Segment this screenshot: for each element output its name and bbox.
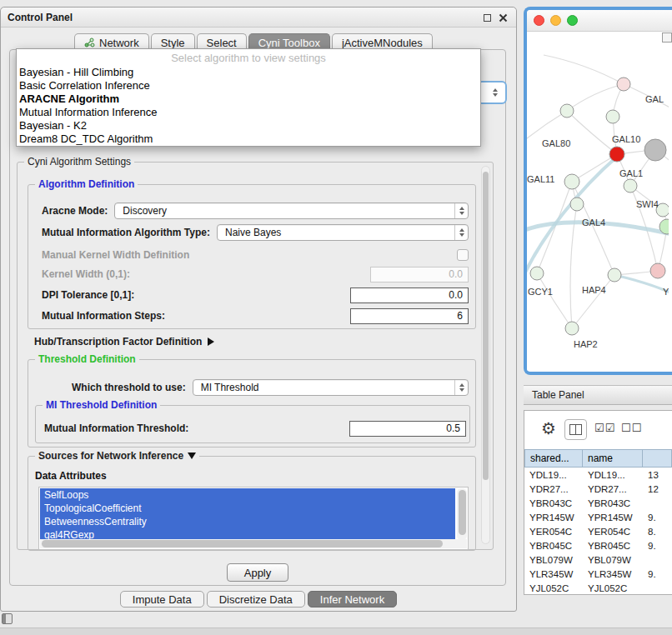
column-header-shared-name[interactable]: shared...: [524, 449, 583, 468]
dropdown-item[interactable]: Basic Correlation Inference: [17, 79, 480, 92]
mi-threshold-definition-title: MI Threshold Definition: [43, 399, 160, 411]
aracne-mode-select[interactable]: Discovery: [114, 202, 469, 219]
column-header-partial[interactable]: [643, 449, 672, 468]
algorithm-combobox[interactable]: [477, 81, 507, 104]
collapsed-panel-icon[interactable]: [2, 613, 13, 624]
birdseye-view-icon[interactable]: [662, 32, 672, 42]
data-attributes-label: Data Attributes: [35, 470, 107, 482]
table-cell: YDL19...: [524, 468, 583, 482]
table-cell: YBL079W: [524, 552, 583, 567]
node-label: GAL80: [542, 138, 570, 148]
collapse-arrow-icon: [188, 452, 196, 459]
network-node[interactable]: [644, 139, 666, 161]
kernel-width-row: Kernel Width (0,1): 0.0: [42, 265, 469, 283]
list-item[interactable]: TopologicalCoefficient: [40, 502, 455, 515]
table-row[interactable]: YDR27... YDR27... 12: [524, 482, 672, 496]
which-threshold-select[interactable]: MI Threshold: [193, 379, 469, 396]
list-vertical-scrollbar[interactable]: [457, 488, 467, 540]
scrollbar-thumb[interactable]: [483, 172, 489, 480]
network-node-selected-red[interactable]: [609, 147, 624, 162]
network-window-titlebar[interactable]: [527, 10, 672, 32]
hub-transcription-factor-section[interactable]: Hub/Transcription Factor Definition: [34, 334, 214, 349]
mi-steps-input[interactable]: 6: [350, 308, 469, 324]
list-item[interactable]: SelfLoops: [40, 488, 455, 502]
dropdown-item[interactable]: Dream8 DC_TDC Algorithm: [17, 132, 480, 146]
network-node[interactable]: [624, 179, 637, 192]
data-attributes-list: SelfLoops TopologicalCoefficient Between…: [38, 487, 469, 550]
minimize-traffic-light-icon[interactable]: [550, 15, 561, 26]
table-cell: 9.: [643, 567, 672, 581]
list-item[interactable]: BetweennessCentrality: [40, 515, 455, 528]
tab-discretize-data[interactable]: Discretize Data: [207, 591, 305, 608]
tab-label: Select: [207, 37, 237, 49]
zoom-traffic-light-icon[interactable]: [567, 15, 578, 26]
table-panel-window: ⚙ ☑☑ ☐☐ shared... name YDL19... YDL19...…: [524, 410, 672, 595]
tab-impute-data[interactable]: Impute Data: [120, 591, 204, 608]
table-panel-header[interactable]: Table Panel: [524, 385, 672, 405]
network-node[interactable]: [564, 174, 579, 189]
combo-arrows-icon: [454, 225, 468, 240]
table-cell: [643, 496, 672, 510]
network-node[interactable]: [617, 78, 630, 91]
gear-icon[interactable]: ⚙: [541, 418, 556, 438]
kernel-width-label: Kernel Width (0,1):: [42, 268, 130, 280]
scrollbar-thumb[interactable]: [459, 490, 466, 535]
algorithm-dropdown-popup: Select algorithm to view settings Bayesi…: [16, 48, 481, 147]
table-row[interactable]: YBL079W YBL079W: [524, 552, 672, 567]
table-row[interactable]: YPR145W YPR145W 9.: [524, 510, 672, 524]
dropdown-placeholder: Select algorithm to view settings: [17, 51, 480, 66]
algorithm-definition-group: Algorithm Definition Aracne Mode: Discov…: [28, 184, 476, 329]
network-node[interactable]: [530, 267, 544, 280]
mi-algorithm-type-select[interactable]: Naive Bayes: [217, 224, 469, 241]
close-traffic-light-icon[interactable]: [534, 15, 544, 26]
apply-button[interactable]: Apply: [227, 563, 288, 582]
column-manager-button[interactable]: [564, 419, 587, 440]
network-node[interactable]: [650, 263, 665, 278]
network-node[interactable]: [606, 110, 619, 123]
control-panel-titlebar[interactable]: Control Panel: [1, 8, 516, 28]
table-row[interactable]: YER054C YER054C 8.: [524, 524, 672, 538]
column-header-name[interactable]: name: [583, 449, 643, 468]
table-cell: YER054C: [524, 524, 583, 538]
network-node[interactable]: [608, 268, 621, 282]
mi-threshold-input[interactable]: 0.5: [349, 421, 466, 437]
mi-threshold-definition-group: MI Threshold Definition Mutual Informati…: [35, 405, 470, 443]
table-row[interactable]: YDL19... YDL19... 13: [524, 468, 672, 482]
table-cell: YJL052C: [524, 581, 583, 595]
float-window-icon[interactable]: [484, 14, 491, 22]
window-bottom-edge: [0, 628, 672, 635]
manual-kernel-checkbox[interactable]: [457, 249, 469, 261]
application-root: Control Panel Network Style: [0, 0, 672, 635]
threshold-definition-group: Threshold Definition Which threshold to …: [28, 359, 476, 448]
table-cell: 9.: [643, 538, 672, 552]
node-label: GAL: [645, 94, 664, 104]
dpi-tolerance-input[interactable]: 0.0: [350, 288, 469, 303]
select-all-icon[interactable]: ☑☑: [594, 422, 615, 434]
network-node[interactable]: [565, 322, 579, 335]
network-canvas[interactable]: GAL GAL80 GAL10 GAL1 GAL11 SWI4 GAL4 GCY…: [527, 32, 672, 371]
table-cell: YER054C: [583, 524, 643, 538]
dropdown-item[interactable]: Bayesian - Hill Climbing: [17, 66, 480, 79]
dropdown-item[interactable]: Bayesian - K2: [17, 119, 480, 132]
deselect-all-icon[interactable]: ☐☐: [621, 422, 642, 434]
settings-vertical-scrollbar[interactable]: [481, 166, 490, 544]
kernel-width-input[interactable]: 0.0: [370, 267, 469, 282]
tab-infer-network[interactable]: Infer Network: [308, 591, 397, 608]
table-row[interactable]: YJL052C YJL052C: [524, 581, 672, 595]
cyni-bottom-tabs: Impute Data Discretize Data Infer Networ…: [1, 591, 516, 608]
table-row[interactable]: YBR043C YBR043C: [524, 496, 672, 510]
close-icon[interactable]: [499, 13, 508, 22]
sources-title-row[interactable]: Sources for Network Inference: [35, 450, 199, 462]
network-node[interactable]: [560, 104, 574, 118]
table-cell: YPR145W: [583, 510, 643, 524]
scrollbar-thumb[interactable]: [42, 540, 443, 548]
table-row[interactable]: YBR045C YBR045C 9.: [524, 538, 672, 552]
network-node[interactable]: [570, 198, 584, 211]
mi-steps-label: Mutual Information Steps:: [42, 310, 165, 322]
list-horizontal-scrollbar[interactable]: [40, 539, 467, 548]
dropdown-item-selected[interactable]: ARACNE Algorithm: [17, 92, 480, 106]
table-row[interactable]: YLR345W YLR345W 9.: [524, 567, 672, 581]
dropdown-item[interactable]: Mutual Information Inference: [17, 106, 480, 119]
dpi-tolerance-label: DPI Tolerance [0,1]:: [42, 289, 134, 301]
table-header-row: shared... name: [524, 449, 672, 468]
